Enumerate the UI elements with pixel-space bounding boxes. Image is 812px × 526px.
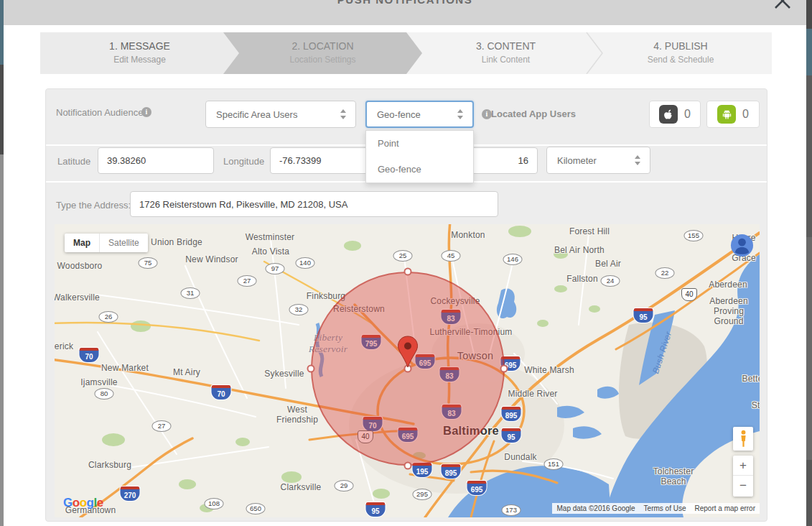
map-label: Middle River: [508, 389, 557, 400]
ios-count-value: 0: [684, 108, 691, 121]
google-logo-letter: g: [87, 496, 94, 509]
state-route-shield-108: 108: [205, 498, 224, 509]
ios-user-count: 0: [649, 101, 701, 128]
google-logo-letter: G: [63, 496, 73, 509]
interstate-shield-270: 270: [121, 486, 140, 501]
address-label: Type the Address:: [56, 200, 131, 211]
geofence-handle-north[interactable]: [404, 268, 412, 276]
map-label: Ijamsville: [80, 378, 117, 388]
geofence-handle-west[interactable]: [307, 365, 315, 373]
map-attribution: Map data ©2016 Google Terms of Use Repor…: [552, 503, 760, 514]
state-route-shield-45: 45: [442, 250, 461, 262]
geofence-type-select[interactable]: Geo-fence: [365, 101, 474, 128]
state-route-shield-75: 75: [139, 257, 158, 269]
map-pin[interactable]: [397, 336, 419, 369]
map-label: Dundalk: [504, 453, 536, 463]
state-route-shield-295: 295: [413, 489, 432, 500]
android-count-value: 0: [742, 108, 749, 121]
zoom-in-button[interactable]: +: [733, 456, 753, 476]
android-user-count: 0: [706, 101, 760, 128]
map-label: Bush River: [651, 331, 674, 375]
pegman-icon: [739, 430, 748, 448]
map-label: Tolchester Beach: [653, 467, 694, 487]
google-map[interactable]: 7956956956956958383837070709595958958951…: [55, 224, 760, 517]
state-route-shield-173: 173: [502, 504, 521, 516]
notification-audience-label: Notification Audience: [56, 107, 143, 118]
map-type-control: Map Satellite: [65, 234, 148, 252]
push-notifications-dialog: PUSH NOTIFICATIONS 1. MESSAGE Edit Messa…: [4, 0, 806, 526]
map-label: erick: [55, 342, 73, 352]
geofence-handle-south[interactable]: [404, 462, 412, 470]
apple-icon: [659, 105, 678, 124]
select-arrows-icon: [340, 109, 347, 119]
select-arrows-icon: [457, 109, 464, 119]
address-input[interactable]: [130, 191, 498, 217]
google-logo-letter: o: [73, 496, 80, 509]
geofence-info-icon[interactable]: i: [482, 109, 492, 119]
dialog-title: PUSH NOTIFICATIONS: [4, 0, 806, 6]
map-label: New Windsor: [185, 255, 238, 265]
audience-select[interactable]: Specific Area Users: [205, 101, 356, 128]
map-view-button[interactable]: Map: [65, 234, 99, 252]
map-label: West Friendship: [276, 405, 318, 425]
map-label: Clarksburg: [88, 461, 131, 471]
state-route-shield-140: 140: [296, 257, 315, 269]
map-label: Bette: [742, 374, 760, 384]
select-arrows-icon: [635, 155, 641, 165]
android-icon: [717, 105, 736, 124]
map-label: Walkersville: [55, 293, 100, 303]
location-settings-panel: Notification Audience i Specific Area Us…: [45, 88, 767, 522]
map-label: Mt Airy: [173, 368, 200, 378]
dropdown-option-point[interactable]: Point: [366, 131, 473, 157]
map-label: Fallston: [566, 274, 598, 285]
state-route-shield-25: 25: [393, 250, 413, 262]
report-map-error-link[interactable]: Report a map error: [691, 503, 760, 514]
map-label: Sykesville: [264, 369, 304, 379]
interstate-shield-895: 895: [442, 464, 461, 479]
map-label: Alto Vista: [252, 247, 289, 257]
latitude-input[interactable]: [98, 147, 214, 174]
unit-select[interactable]: Kilometer: [546, 147, 650, 174]
scrollbar[interactable]: [806, 0, 812, 526]
map-label: Woodsboro: [57, 262, 103, 272]
google-logo-letter: e: [97, 496, 103, 509]
satellite-view-button[interactable]: Satellite: [99, 234, 148, 252]
state-route-shield-24: 24: [601, 275, 620, 287]
map-label: Union Bridge: [151, 238, 202, 248]
audience-info-icon[interactable]: i: [141, 107, 151, 117]
map-label: Sti: [752, 401, 760, 411]
map-label: Aberdeen Proving Ground: [709, 297, 748, 326]
google-logo-letter: o: [80, 496, 87, 509]
geofence-handle-east[interactable]: [500, 365, 508, 373]
zoom-out-button[interactable]: −: [733, 476, 753, 496]
state-route-shield-146: 146: [503, 254, 523, 265]
state-route-shield-80: 80: [95, 388, 114, 400]
interstate-shield-95: 95: [366, 502, 386, 517]
step-message[interactable]: 1. MESSAGE Edit Message: [40, 32, 239, 74]
interstate-shield-70: 70: [80, 348, 99, 362]
screen: { "header": { "title": "PUSH NOTIFICATIO…: [0, 0, 812, 526]
map-label: Clarksville: [281, 483, 322, 493]
map-label: Westminster: [246, 233, 295, 243]
map-label: Forest Hill: [569, 227, 610, 237]
map-label: New Market: [101, 364, 149, 374]
state-route-shield-155: 155: [684, 230, 704, 241]
step-location[interactable]: 2. LOCATION Location Settings: [223, 32, 422, 74]
map-label: Bel Air North: [554, 246, 605, 256]
step-content[interactable]: 3. CONTENT Link Content: [406, 32, 605, 74]
state-route-shield-650: 650: [246, 503, 266, 515]
interstate-shield-70: 70: [212, 385, 231, 400]
close-icon[interactable]: [770, 0, 795, 13]
dropdown-option-geo-fence[interactable]: Geo-fence: [366, 157, 473, 183]
map-label: Bel Air: [595, 259, 621, 269]
state-route-shield-29: 29: [335, 480, 354, 492]
step-publish[interactable]: 4. PUBLISH Send & Schedule: [589, 32, 772, 74]
state-route-shield-97: 97: [266, 263, 285, 274]
map-data-credit: Map data ©2016 Google: [552, 503, 639, 514]
street-view-pegman[interactable]: [733, 427, 753, 451]
google-logo[interactable]: Google: [63, 496, 103, 510]
state-route-shield-31: 31: [181, 287, 200, 299]
terms-of-use-link[interactable]: Terms of Use: [640, 503, 691, 514]
interstate-shield-895: 895: [502, 407, 521, 421]
latitude-label: Latitude: [57, 156, 90, 167]
